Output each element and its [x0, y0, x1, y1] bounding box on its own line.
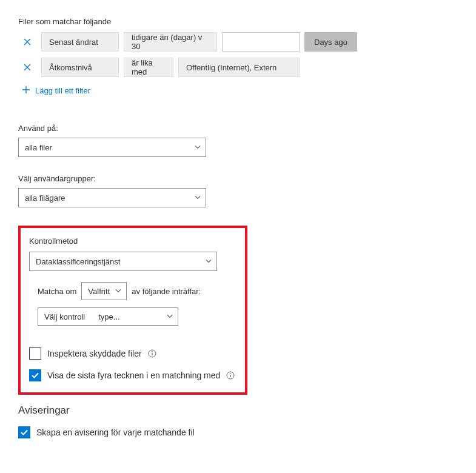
apply-to-value: alla filer — [25, 143, 52, 152]
inspect-protected-files-row: Inspektera skyddade filer — [29, 347, 236, 360]
inspection-method-select[interactable]: Dataklassificeringstjänst — [29, 252, 217, 271]
info-icon[interactable] — [148, 349, 156, 358]
match-if-select[interactable]: Valfritt — [81, 282, 127, 300]
match-if-value: Valfritt — [88, 287, 110, 296]
add-filter-button[interactable]: Lägg till ett filter — [22, 86, 458, 96]
user-groups-select[interactable]: alla filägare — [18, 188, 206, 207]
choose-control-label-left: Välj kontroll — [44, 312, 85, 321]
svg-rect-2 — [152, 353, 152, 355]
user-groups-label: Välj användargrupper: — [18, 174, 458, 183]
inspect-protected-files-checkbox[interactable] — [29, 347, 41, 360]
filter-value-input[interactable] — [222, 32, 300, 52]
chevron-down-icon — [206, 257, 212, 266]
chevron-down-icon — [167, 312, 173, 321]
inspection-method-value: Dataklassificeringstjänst — [36, 257, 120, 266]
chevron-down-icon — [195, 143, 201, 152]
svg-point-4 — [230, 373, 232, 374]
show-last-four-label: Visa de sista fyra tecknen i en matchnin… — [47, 371, 220, 380]
remove-filter-icon[interactable] — [22, 36, 33, 47]
remove-filter-icon[interactable] — [22, 62, 33, 73]
create-alert-label: Skapa en avisering för varje matchande f… — [36, 428, 195, 437]
inspection-method-section: Kontrollmetod Dataklassificeringstjänst … — [18, 226, 247, 395]
chevron-down-icon — [195, 193, 201, 203]
days-ago-button[interactable]: Days ago — [304, 32, 357, 52]
alerts-heading: Aviseringar — [18, 404, 458, 417]
inspect-protected-files-label: Inspektera skyddade filer — [47, 349, 142, 358]
match-if-block: Matcha om Valfritt av följande inträffar… — [38, 282, 236, 326]
filter-row-last-modified: Senast ändrat tidigare än (dagar) v 30 D… — [22, 32, 458, 52]
match-if-label-right: av följande inträffar: — [132, 287, 201, 296]
filter-field-access-level[interactable]: Åtkomstnivå — [41, 58, 119, 77]
create-alert-checkbox[interactable] — [18, 426, 30, 438]
filter-value-public-external[interactable]: Offentlig (Internet), Extern — [178, 58, 300, 77]
add-filter-label: Lägg till ett filter — [35, 86, 90, 95]
inspection-method-label: Kontrollmetod — [29, 236, 236, 246]
svg-rect-5 — [230, 375, 231, 377]
create-alert-row: Skapa en avisering för varje matchande f… — [18, 426, 458, 438]
apply-to-label: Använd på: — [18, 124, 458, 133]
choose-control-label-right: type... — [98, 312, 119, 321]
filter-row-access-level: Åtkomstnivå är lika med Offentlig (Inter… — [22, 58, 458, 77]
show-last-four-checkbox[interactable] — [29, 369, 41, 381]
filters-area: Senast ändrat tidigare än (dagar) v 30 D… — [22, 32, 458, 96]
filter-operator-older-than[interactable]: tidigare än (dagar) v 30 — [124, 32, 217, 52]
svg-point-1 — [152, 351, 153, 352]
plus-icon — [22, 86, 30, 96]
apply-to-select[interactable]: alla filer — [18, 138, 206, 157]
chevron-down-icon — [115, 287, 121, 296]
filter-operator-equals[interactable]: är lika med — [124, 58, 173, 77]
filter-field-last-modified[interactable]: Senast ändrat — [41, 32, 119, 52]
info-icon[interactable] — [226, 371, 235, 380]
show-last-four-row: Visa de sista fyra tecknen i en matchnin… — [29, 369, 236, 381]
matching-files-label: Filer som matchar följande — [18, 17, 458, 26]
user-groups-value: alla filägare — [25, 193, 65, 203]
choose-inspection-type-select[interactable]: Välj kontroll type... — [38, 307, 178, 326]
match-if-label-left: Matcha om — [38, 287, 76, 296]
